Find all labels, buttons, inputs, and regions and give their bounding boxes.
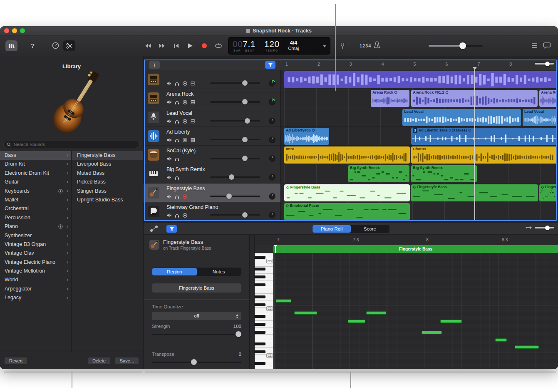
input-button[interactable] bbox=[190, 137, 196, 143]
library-category-guitar[interactable]: Guitar› bbox=[0, 178, 71, 186]
solo-button[interactable] bbox=[174, 99, 180, 105]
region-fingerstyle-bass[interactable]: ◇ Fingerstyle Bass bbox=[284, 184, 410, 201]
mute-button[interactable] bbox=[166, 156, 172, 161]
library-patch-stinger-bass[interactable]: Stinger Bass bbox=[72, 187, 143, 196]
add-track-button[interactable]: + bbox=[149, 61, 160, 69]
lcd-display[interactable]: 007.1 BARBEAT 120 TEMPO 4/4 Cmaj bbox=[228, 37, 330, 55]
loop-browser-icon[interactable] bbox=[543, 42, 551, 49]
track-header-ad-liberty[interactable]: Ad Liberty bbox=[144, 127, 280, 146]
volume-slider[interactable] bbox=[210, 139, 260, 141]
library-category-mallet[interactable]: Mallet› bbox=[0, 196, 71, 204]
midi-note[interactable] bbox=[422, 331, 442, 334]
record-button[interactable] bbox=[182, 137, 188, 143]
library-patch-fingerstyle-bass[interactable]: Fingerstyle Bass bbox=[72, 151, 143, 160]
track-header-arena-rock[interactable]: Arena Rock bbox=[144, 89, 280, 108]
record-button[interactable] bbox=[182, 119, 188, 124]
pan-knob[interactable] bbox=[268, 117, 276, 125]
black-key[interactable] bbox=[255, 342, 265, 345]
pan-knob[interactable] bbox=[268, 98, 276, 106]
region-arena-rock[interactable]: Arena Rock bbox=[371, 90, 409, 107]
region-ad-liberty-05[interactable]: Ad Liberty#05 bbox=[284, 128, 329, 145]
timeline-ruler[interactable]: 12345678 bbox=[281, 60, 558, 70]
region-lead-vocal[interactable]: Lead Vocal bbox=[523, 109, 557, 126]
time-quantize-select[interactable]: off bbox=[152, 312, 241, 320]
tab-piano-roll[interactable]: Piano Roll bbox=[312, 225, 351, 233]
track-header-steinway-grand-piano[interactable]: Steinway Grand Piano bbox=[144, 202, 280, 221]
region-big-synth-remix[interactable]: Big Synth Remix bbox=[348, 165, 409, 182]
solo-button[interactable] bbox=[174, 194, 180, 199]
editor-catch-button[interactable] bbox=[166, 225, 177, 233]
black-key[interactable] bbox=[255, 315, 265, 318]
mute-button[interactable] bbox=[166, 175, 172, 180]
save-button[interactable]: Save... bbox=[115, 357, 139, 365]
mute-button[interactable] bbox=[166, 81, 172, 86]
region-big-synth-remix[interactable]: Big Synth Remix bbox=[411, 165, 477, 182]
library-category-vintage-b3-organ[interactable]: Vintage B3 Organ› bbox=[0, 240, 71, 249]
library-category-keyboards[interactable]: Keyboards› bbox=[0, 187, 71, 196]
count-in-button[interactable]: 1234 bbox=[360, 43, 371, 48]
pan-knob[interactable] bbox=[268, 174, 276, 181]
playhead[interactable] bbox=[474, 67, 475, 221]
library-patch-muted-bass[interactable]: Muted Bass bbox=[72, 169, 143, 178]
solo-button[interactable] bbox=[174, 81, 180, 86]
segment-notes[interactable]: Notes bbox=[197, 268, 241, 275]
library-category-vintage-electric-piano[interactable]: Vintage Electric Piano› bbox=[0, 258, 71, 267]
solo-button[interactable] bbox=[174, 119, 180, 124]
library-patch-upright-studio-bass[interactable]: Upright Studio Bass bbox=[72, 196, 143, 204]
library-patch-picked-bass[interactable]: Picked Bass bbox=[72, 178, 143, 186]
tab-score[interactable]: Score bbox=[351, 225, 389, 233]
delete-button[interactable]: Delete bbox=[87, 357, 111, 365]
mute-button[interactable] bbox=[166, 194, 172, 199]
input-button[interactable] bbox=[190, 81, 196, 86]
volume-knob[interactable] bbox=[459, 42, 466, 49]
chevron-down-icon[interactable] bbox=[323, 45, 326, 49]
volume-slider[interactable] bbox=[210, 196, 260, 197]
metronome-icon[interactable] bbox=[373, 41, 381, 49]
region-fingerstyle-bass[interactable]: ◇ Fingerstyle Bass bbox=[539, 184, 557, 201]
strength-slider[interactable] bbox=[152, 331, 241, 337]
volume-slider[interactable] bbox=[210, 120, 260, 122]
automation-curve-icon[interactable] bbox=[150, 225, 158, 232]
midi-note[interactable] bbox=[294, 311, 317, 315]
region-intro[interactable]: Intro bbox=[284, 146, 410, 164]
forward-button[interactable] bbox=[155, 42, 169, 49]
cycle-button[interactable] bbox=[211, 43, 226, 49]
catch-playhead-button[interactable] bbox=[265, 61, 275, 69]
record-button[interactable] bbox=[182, 81, 188, 86]
midi-note[interactable] bbox=[366, 311, 386, 315]
black-key[interactable] bbox=[255, 283, 265, 286]
region-emotional-piano[interactable]: ◇ Emotional Piano bbox=[284, 203, 410, 220]
library-category-percussion[interactable]: Percussion› bbox=[0, 213, 71, 222]
editor-zoom-slider[interactable] bbox=[535, 227, 554, 228]
revert-button[interactable]: Revert bbox=[4, 357, 27, 365]
mute-button[interactable] bbox=[166, 213, 172, 218]
midi-note[interactable] bbox=[276, 299, 291, 303]
region-chorus[interactable]: Chorus bbox=[411, 146, 557, 164]
library-category-vintage-clav[interactable]: Vintage Clav› bbox=[0, 249, 71, 258]
midi-note[interactable] bbox=[515, 345, 539, 349]
black-key[interactable] bbox=[255, 295, 265, 298]
black-key[interactable] bbox=[255, 331, 265, 334]
solo-button[interactable] bbox=[174, 213, 180, 218]
solo-button[interactable] bbox=[174, 137, 180, 143]
black-key[interactable] bbox=[255, 268, 265, 270]
input-button[interactable] bbox=[190, 119, 196, 124]
search-sounds-field[interactable]: Search Sounds bbox=[3, 141, 140, 148]
library-category-bass[interactable]: Bass› bbox=[0, 151, 71, 160]
midi-note[interactable] bbox=[348, 320, 365, 323]
black-key[interactable] bbox=[255, 256, 265, 259]
mute-button[interactable] bbox=[166, 137, 172, 143]
black-key[interactable] bbox=[255, 323, 265, 326]
tuner-icon[interactable] bbox=[339, 42, 346, 50]
play-button[interactable] bbox=[183, 42, 197, 49]
region-audio[interactable] bbox=[284, 71, 557, 88]
volume-slider[interactable] bbox=[210, 158, 260, 159]
library-category-vintage-mellotron[interactable]: Vintage Mellotron› bbox=[0, 267, 71, 275]
segment-region[interactable]: Region bbox=[152, 268, 197, 275]
library-category-synthesizer[interactable]: Synthesizer› bbox=[0, 231, 71, 240]
timeline-zoom-slider[interactable] bbox=[535, 63, 554, 65]
pan-knob[interactable] bbox=[268, 155, 276, 162]
black-key[interactable] bbox=[255, 303, 265, 306]
region-lead-vocal[interactable]: Lead Vocal bbox=[402, 109, 521, 126]
midi-note[interactable] bbox=[495, 338, 507, 342]
